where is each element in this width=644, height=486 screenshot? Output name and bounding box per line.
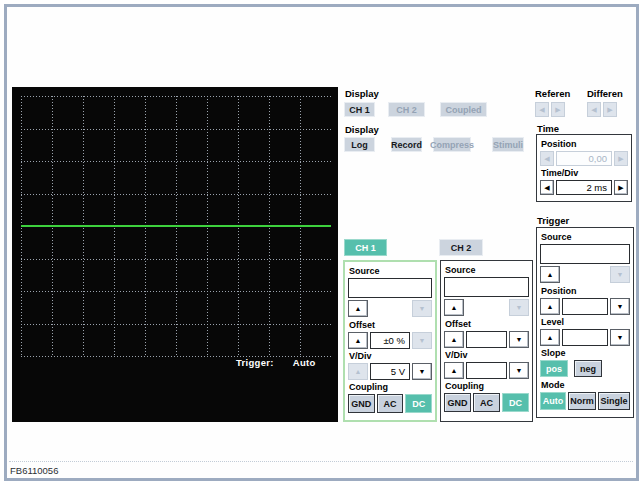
down-arrow-icon: ▼ xyxy=(419,368,426,375)
ch2-panel: Source ▲ ▼ Offset ▲ ▼ V/Div ▲ ▼ Coupling… xyxy=(440,260,533,422)
ch2-vdiv-label: V/Div xyxy=(445,350,529,360)
trigger-label: Trigger xyxy=(537,215,569,226)
ch1-source-input[interactable] xyxy=(348,278,432,298)
time-label: Time xyxy=(537,123,559,134)
ch2-vdiv-down-button[interactable]: ▼ xyxy=(509,362,529,379)
ch2-vdiv-up-button[interactable]: ▲ xyxy=(444,362,464,379)
down-arrow-icon: ▼ xyxy=(516,367,523,374)
application-window: Trigger: Auto Display CH 1 CH 2 Coupled … xyxy=(0,0,644,486)
time-position-increment-button: ▶ xyxy=(614,151,628,166)
ch1-source-label: Source xyxy=(349,266,432,276)
up-arrow-icon: ▲ xyxy=(451,304,458,311)
log-button[interactable]: Log xyxy=(344,137,375,152)
up-arrow-icon: ▲ xyxy=(451,367,458,374)
trigger-status-label: Trigger: xyxy=(236,357,274,368)
ch1-vdiv-up-button: ▲ xyxy=(348,363,368,380)
ch1-vdiv-field[interactable]: 5 V xyxy=(370,363,410,380)
down-arrow-icon: ▼ xyxy=(419,305,426,312)
trigger-source-input[interactable] xyxy=(540,244,630,264)
ch1-source-down-button: ▼ xyxy=(412,300,432,317)
ch1-offset-down-button: ▼ xyxy=(412,332,432,349)
right-arrow-icon: ▶ xyxy=(618,155,623,162)
down-arrow-icon: ▼ xyxy=(617,303,624,310)
mode-auto-button[interactable]: Auto xyxy=(540,392,566,410)
left-arrow-icon: ◀ xyxy=(539,106,544,113)
right-arrow-icon: ▶ xyxy=(618,184,623,191)
trigger-panel: Source ▲ ▼ Position ▲ ▼ Level ▲ ▼ Slope … xyxy=(536,227,634,418)
ch2-coupling-ac-button[interactable]: AC xyxy=(473,393,500,412)
ch2-coupling-dc-button[interactable]: DC xyxy=(502,393,529,412)
reference-next-button: ▶ xyxy=(551,102,565,117)
ch1-coupling-ac-button[interactable]: AC xyxy=(377,394,404,413)
display-mode-label: Display xyxy=(345,124,379,135)
trigger-position-field[interactable] xyxy=(562,298,608,315)
trigger-level-up-button[interactable]: ▲ xyxy=(540,329,560,346)
down-arrow-icon: ▼ xyxy=(419,337,426,344)
time-panel: Position ◀ 0,00 ▶ Time/Div ◀ 2 ms ▶ xyxy=(536,134,632,202)
up-arrow-icon: ▲ xyxy=(451,336,458,343)
trigger-mode-label: Mode xyxy=(541,380,630,390)
ch2-offset-field[interactable] xyxy=(466,331,507,348)
right-arrow-icon: ▶ xyxy=(607,106,612,113)
down-arrow-icon: ▼ xyxy=(516,336,523,343)
ch1-offset-up-button[interactable]: ▲ xyxy=(348,332,368,349)
timediv-increment-button[interactable]: ▶ xyxy=(614,180,628,195)
ch2-offset-label: Offset xyxy=(445,319,529,329)
up-arrow-icon: ▲ xyxy=(355,337,362,344)
left-arrow-icon: ◀ xyxy=(544,155,549,162)
difference-prev-button: ◀ xyxy=(587,102,601,117)
mode-single-button[interactable]: Single xyxy=(598,392,630,410)
trigger-level-field[interactable] xyxy=(562,329,608,346)
stimuli-button: Stimuli xyxy=(492,137,524,152)
trigger-position-down-button[interactable]: ▼ xyxy=(610,298,630,315)
left-arrow-icon: ◀ xyxy=(591,106,596,113)
up-arrow-icon: ▲ xyxy=(547,334,554,341)
timediv-value-field[interactable]: 2 ms xyxy=(556,180,612,195)
down-arrow-icon: ▼ xyxy=(617,334,624,341)
ch1-offset-field[interactable]: ±0 % xyxy=(370,332,410,349)
trigger-source-label: Source xyxy=(541,232,630,242)
ch1-coupling-dc-button[interactable]: DC xyxy=(405,394,432,413)
ch1-vdiv-down-button[interactable]: ▼ xyxy=(412,363,432,380)
ch2-source-input[interactable] xyxy=(444,277,529,297)
up-arrow-icon: ▲ xyxy=(547,271,554,278)
trigger-source-up-button[interactable]: ▲ xyxy=(540,266,560,283)
compress-button: Compress xyxy=(433,137,471,152)
scope-display: Trigger: Auto xyxy=(12,87,338,422)
slope-neg-button[interactable]: neg xyxy=(574,360,602,377)
trigger-position-up-button[interactable]: ▲ xyxy=(540,298,560,315)
mode-norm-button[interactable]: Norm xyxy=(568,392,596,410)
ch1-panel: Source ▲ ▼ Offset ▲ ±0 % ▼ V/Div ▲ 5 V ▼… xyxy=(343,260,437,422)
ch1-source-up-button[interactable]: ▲ xyxy=(348,300,368,317)
up-arrow-icon: ▲ xyxy=(547,303,554,310)
display-channel-label: Display xyxy=(345,88,379,99)
ch2-tab[interactable]: CH 2 xyxy=(439,239,483,256)
time-position-label: Position xyxy=(541,139,628,149)
ch2-source-down-button: ▼ xyxy=(509,299,529,316)
slope-pos-button[interactable]: pos xyxy=(540,360,568,377)
reference-prev-button: ◀ xyxy=(535,102,549,117)
ch2-coupling-gnd-button[interactable]: GND xyxy=(444,393,471,412)
ch1-tab[interactable]: CH 1 xyxy=(344,239,387,256)
ch1-vdiv-label: V/Div xyxy=(349,351,432,361)
ch2-offset-down-button[interactable]: ▼ xyxy=(509,331,529,348)
ch2-vdiv-field[interactable] xyxy=(466,362,507,379)
ch2-offset-up-button[interactable]: ▲ xyxy=(444,331,464,348)
reference-label: Referen xyxy=(535,88,570,99)
ch2-source-up-button[interactable]: ▲ xyxy=(444,299,464,316)
display-ch1-button[interactable]: CH 1 xyxy=(344,102,375,117)
display-coupled-button: Coupled xyxy=(440,102,487,117)
down-arrow-icon: ▼ xyxy=(516,304,523,311)
footer-divider xyxy=(9,461,633,462)
ch1-coupling-label: Coupling xyxy=(349,382,432,392)
up-arrow-icon: ▲ xyxy=(355,368,362,375)
trigger-level-down-button[interactable]: ▼ xyxy=(610,329,630,346)
ch1-offset-label: Offset xyxy=(349,320,432,330)
timediv-label: Time/Div xyxy=(541,168,628,178)
trigger-source-down-button: ▼ xyxy=(610,266,630,283)
record-button[interactable]: Record xyxy=(391,137,422,152)
trigger-level-label: Level xyxy=(541,317,630,327)
ch1-coupling-gnd-button[interactable]: GND xyxy=(348,394,375,413)
time-position-field: 0,00 xyxy=(556,151,612,166)
timediv-decrement-button[interactable]: ◀ xyxy=(540,180,554,195)
